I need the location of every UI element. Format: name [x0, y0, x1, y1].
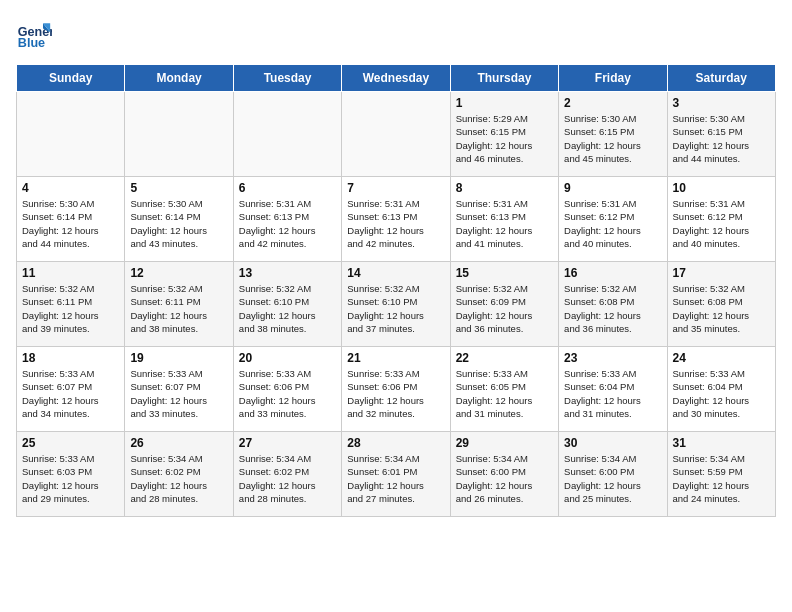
week-row-2: 4Sunrise: 5:30 AM Sunset: 6:14 PM Daylig… [17, 177, 776, 262]
calendar-cell: 6Sunrise: 5:31 AM Sunset: 6:13 PM Daylig… [233, 177, 341, 262]
calendar-cell: 13Sunrise: 5:32 AM Sunset: 6:10 PM Dayli… [233, 262, 341, 347]
calendar-cell: 3Sunrise: 5:30 AM Sunset: 6:15 PM Daylig… [667, 92, 775, 177]
day-number: 17 [673, 266, 770, 280]
day-header-saturday: Saturday [667, 65, 775, 92]
calendar-cell: 21Sunrise: 5:33 AM Sunset: 6:06 PM Dayli… [342, 347, 450, 432]
day-info: Sunrise: 5:34 AM Sunset: 5:59 PM Dayligh… [673, 452, 770, 505]
day-number: 10 [673, 181, 770, 195]
day-number: 19 [130, 351, 227, 365]
calendar-cell [125, 92, 233, 177]
week-row-5: 25Sunrise: 5:33 AM Sunset: 6:03 PM Dayli… [17, 432, 776, 517]
day-info: Sunrise: 5:31 AM Sunset: 6:12 PM Dayligh… [673, 197, 770, 250]
week-row-1: 1Sunrise: 5:29 AM Sunset: 6:15 PM Daylig… [17, 92, 776, 177]
day-info: Sunrise: 5:33 AM Sunset: 6:07 PM Dayligh… [130, 367, 227, 420]
calendar-cell: 7Sunrise: 5:31 AM Sunset: 6:13 PM Daylig… [342, 177, 450, 262]
day-number: 3 [673, 96, 770, 110]
day-info: Sunrise: 5:29 AM Sunset: 6:15 PM Dayligh… [456, 112, 553, 165]
calendar-cell: 24Sunrise: 5:33 AM Sunset: 6:04 PM Dayli… [667, 347, 775, 432]
day-info: Sunrise: 5:32 AM Sunset: 6:11 PM Dayligh… [130, 282, 227, 335]
day-info: Sunrise: 5:30 AM Sunset: 6:15 PM Dayligh… [564, 112, 661, 165]
calendar-cell: 19Sunrise: 5:33 AM Sunset: 6:07 PM Dayli… [125, 347, 233, 432]
calendar-cell: 10Sunrise: 5:31 AM Sunset: 6:12 PM Dayli… [667, 177, 775, 262]
day-number: 14 [347, 266, 444, 280]
calendar-cell: 14Sunrise: 5:32 AM Sunset: 6:10 PM Dayli… [342, 262, 450, 347]
week-row-3: 11Sunrise: 5:32 AM Sunset: 6:11 PM Dayli… [17, 262, 776, 347]
day-info: Sunrise: 5:34 AM Sunset: 6:01 PM Dayligh… [347, 452, 444, 505]
day-number: 25 [22, 436, 119, 450]
day-info: Sunrise: 5:32 AM Sunset: 6:09 PM Dayligh… [456, 282, 553, 335]
day-info: Sunrise: 5:30 AM Sunset: 6:15 PM Dayligh… [673, 112, 770, 165]
day-number: 31 [673, 436, 770, 450]
calendar-cell: 2Sunrise: 5:30 AM Sunset: 6:15 PM Daylig… [559, 92, 667, 177]
day-number: 26 [130, 436, 227, 450]
calendar-cell: 12Sunrise: 5:32 AM Sunset: 6:11 PM Dayli… [125, 262, 233, 347]
calendar-cell: 11Sunrise: 5:32 AM Sunset: 6:11 PM Dayli… [17, 262, 125, 347]
calendar-cell: 9Sunrise: 5:31 AM Sunset: 6:12 PM Daylig… [559, 177, 667, 262]
day-info: Sunrise: 5:33 AM Sunset: 6:07 PM Dayligh… [22, 367, 119, 420]
calendar-cell: 26Sunrise: 5:34 AM Sunset: 6:02 PM Dayli… [125, 432, 233, 517]
svg-text:Blue: Blue [18, 36, 45, 50]
logo: General Blue [16, 16, 56, 52]
day-info: Sunrise: 5:32 AM Sunset: 6:10 PM Dayligh… [347, 282, 444, 335]
day-number: 20 [239, 351, 336, 365]
day-info: Sunrise: 5:32 AM Sunset: 6:11 PM Dayligh… [22, 282, 119, 335]
calendar-cell: 28Sunrise: 5:34 AM Sunset: 6:01 PM Dayli… [342, 432, 450, 517]
day-number: 21 [347, 351, 444, 365]
calendar-cell: 17Sunrise: 5:32 AM Sunset: 6:08 PM Dayli… [667, 262, 775, 347]
day-number: 24 [673, 351, 770, 365]
day-number: 11 [22, 266, 119, 280]
day-info: Sunrise: 5:32 AM Sunset: 6:10 PM Dayligh… [239, 282, 336, 335]
calendar-cell [342, 92, 450, 177]
day-info: Sunrise: 5:33 AM Sunset: 6:05 PM Dayligh… [456, 367, 553, 420]
day-number: 12 [130, 266, 227, 280]
day-info: Sunrise: 5:30 AM Sunset: 6:14 PM Dayligh… [130, 197, 227, 250]
day-number: 5 [130, 181, 227, 195]
calendar-cell: 15Sunrise: 5:32 AM Sunset: 6:09 PM Dayli… [450, 262, 558, 347]
day-number: 13 [239, 266, 336, 280]
day-header-monday: Monday [125, 65, 233, 92]
day-info: Sunrise: 5:33 AM Sunset: 6:06 PM Dayligh… [239, 367, 336, 420]
calendar-cell: 5Sunrise: 5:30 AM Sunset: 6:14 PM Daylig… [125, 177, 233, 262]
page-header: General Blue [16, 16, 776, 52]
day-info: Sunrise: 5:33 AM Sunset: 6:04 PM Dayligh… [564, 367, 661, 420]
day-number: 30 [564, 436, 661, 450]
day-number: 7 [347, 181, 444, 195]
days-header-row: SundayMondayTuesdayWednesdayThursdayFrid… [17, 65, 776, 92]
day-number: 4 [22, 181, 119, 195]
day-number: 18 [22, 351, 119, 365]
day-info: Sunrise: 5:31 AM Sunset: 6:12 PM Dayligh… [564, 197, 661, 250]
calendar-cell: 23Sunrise: 5:33 AM Sunset: 6:04 PM Dayli… [559, 347, 667, 432]
day-header-friday: Friday [559, 65, 667, 92]
calendar-cell: 22Sunrise: 5:33 AM Sunset: 6:05 PM Dayli… [450, 347, 558, 432]
day-info: Sunrise: 5:34 AM Sunset: 6:00 PM Dayligh… [456, 452, 553, 505]
day-info: Sunrise: 5:34 AM Sunset: 6:02 PM Dayligh… [130, 452, 227, 505]
day-number: 1 [456, 96, 553, 110]
day-number: 28 [347, 436, 444, 450]
calendar-cell: 30Sunrise: 5:34 AM Sunset: 6:00 PM Dayli… [559, 432, 667, 517]
day-info: Sunrise: 5:33 AM Sunset: 6:06 PM Dayligh… [347, 367, 444, 420]
calendar-cell: 31Sunrise: 5:34 AM Sunset: 5:59 PM Dayli… [667, 432, 775, 517]
day-info: Sunrise: 5:33 AM Sunset: 6:04 PM Dayligh… [673, 367, 770, 420]
calendar-table: SundayMondayTuesdayWednesdayThursdayFrid… [16, 64, 776, 517]
day-number: 23 [564, 351, 661, 365]
day-info: Sunrise: 5:30 AM Sunset: 6:14 PM Dayligh… [22, 197, 119, 250]
day-number: 6 [239, 181, 336, 195]
day-number: 9 [564, 181, 661, 195]
day-header-tuesday: Tuesday [233, 65, 341, 92]
calendar-cell: 27Sunrise: 5:34 AM Sunset: 6:02 PM Dayli… [233, 432, 341, 517]
day-number: 15 [456, 266, 553, 280]
day-number: 22 [456, 351, 553, 365]
calendar-cell: 8Sunrise: 5:31 AM Sunset: 6:13 PM Daylig… [450, 177, 558, 262]
day-header-thursday: Thursday [450, 65, 558, 92]
day-info: Sunrise: 5:34 AM Sunset: 6:00 PM Dayligh… [564, 452, 661, 505]
day-info: Sunrise: 5:32 AM Sunset: 6:08 PM Dayligh… [673, 282, 770, 335]
day-header-wednesday: Wednesday [342, 65, 450, 92]
calendar-cell: 4Sunrise: 5:30 AM Sunset: 6:14 PM Daylig… [17, 177, 125, 262]
day-number: 2 [564, 96, 661, 110]
calendar-cell: 18Sunrise: 5:33 AM Sunset: 6:07 PM Dayli… [17, 347, 125, 432]
calendar-cell: 20Sunrise: 5:33 AM Sunset: 6:06 PM Dayli… [233, 347, 341, 432]
calendar-cell: 25Sunrise: 5:33 AM Sunset: 6:03 PM Dayli… [17, 432, 125, 517]
day-info: Sunrise: 5:31 AM Sunset: 6:13 PM Dayligh… [347, 197, 444, 250]
day-header-sunday: Sunday [17, 65, 125, 92]
day-info: Sunrise: 5:31 AM Sunset: 6:13 PM Dayligh… [239, 197, 336, 250]
